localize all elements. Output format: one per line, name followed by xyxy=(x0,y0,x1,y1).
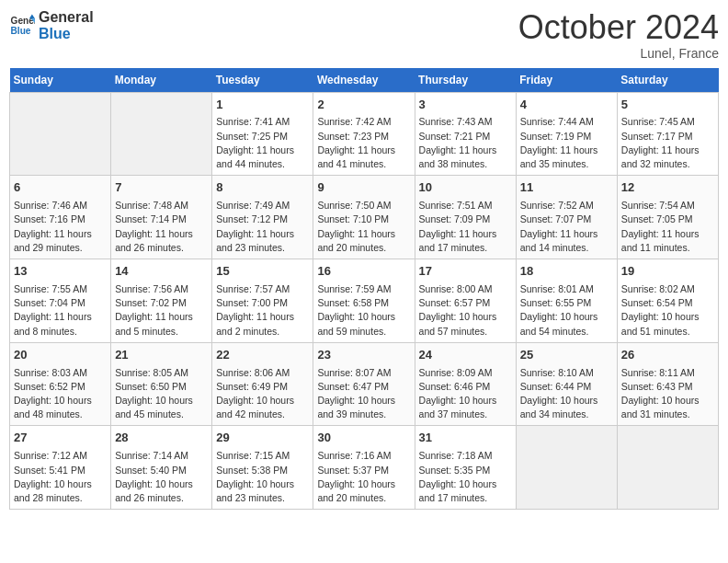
day-info: Sunrise: 7:43 AM Sunset: 7:21 PM Dayligh… xyxy=(419,115,512,171)
day-info: Sunrise: 7:51 AM Sunset: 7:09 PM Dayligh… xyxy=(419,199,512,255)
day-number: 22 xyxy=(216,347,309,364)
calendar-cell: 11Sunrise: 7:52 AM Sunset: 7:07 PM Dayli… xyxy=(516,176,617,259)
day-number: 4 xyxy=(520,97,613,114)
day-number: 20 xyxy=(14,347,107,364)
day-number: 1 xyxy=(216,97,309,114)
day-info: Sunrise: 7:48 AM Sunset: 7:14 PM Dayligh… xyxy=(115,199,208,255)
day-number: 15 xyxy=(216,263,309,281)
logo-blue: Blue xyxy=(39,26,94,42)
calendar-cell: 31Sunrise: 7:18 AM Sunset: 5:35 PM Dayli… xyxy=(415,426,516,510)
day-info: Sunrise: 7:56 AM Sunset: 7:02 PM Dayligh… xyxy=(115,282,208,339)
day-number: 9 xyxy=(317,179,410,197)
calendar-header-row: SundayMondayTuesdayWednesdayThursdayFrid… xyxy=(10,68,719,93)
calendar-cell: 20Sunrise: 8:03 AM Sunset: 6:52 PM Dayli… xyxy=(10,342,111,426)
calendar-cell: 13Sunrise: 7:55 AM Sunset: 7:04 PM Dayli… xyxy=(10,259,111,343)
day-number: 5 xyxy=(621,97,714,114)
logo-general: General xyxy=(39,9,94,26)
day-info: Sunrise: 7:57 AM Sunset: 7:00 PM Dayligh… xyxy=(216,282,309,339)
calendar-header-sunday: Sunday xyxy=(10,68,111,93)
day-info: Sunrise: 7:16 AM Sunset: 5:37 PM Dayligh… xyxy=(317,449,410,505)
day-number: 12 xyxy=(621,179,714,197)
day-number: 18 xyxy=(520,263,613,281)
day-info: Sunrise: 8:09 AM Sunset: 6:46 PM Dayligh… xyxy=(419,366,512,422)
calendar-cell: 23Sunrise: 8:07 AM Sunset: 6:47 PM Dayli… xyxy=(313,342,415,426)
calendar-cell: 6Sunrise: 7:46 AM Sunset: 7:16 PM Daylig… xyxy=(10,176,111,259)
day-number: 19 xyxy=(621,263,714,281)
calendar-header-friday: Friday xyxy=(516,68,617,93)
day-number: 2 xyxy=(317,97,410,114)
day-number: 10 xyxy=(419,179,512,197)
calendar-week-2: 13Sunrise: 7:55 AM Sunset: 7:04 PM Dayli… xyxy=(10,259,719,343)
calendar-cell: 5Sunrise: 7:45 AM Sunset: 7:17 PM Daylig… xyxy=(617,92,718,176)
day-number: 24 xyxy=(419,347,512,364)
calendar-cell: 22Sunrise: 8:06 AM Sunset: 6:49 PM Dayli… xyxy=(212,342,313,426)
day-info: Sunrise: 7:49 AM Sunset: 7:12 PM Dayligh… xyxy=(216,199,309,255)
calendar-cell: 25Sunrise: 8:10 AM Sunset: 6:44 PM Dayli… xyxy=(516,342,617,426)
page-container: General Blue General Blue October 2024 L… xyxy=(0,0,728,519)
day-info: Sunrise: 8:01 AM Sunset: 6:55 PM Dayligh… xyxy=(520,282,613,339)
day-info: Sunrise: 7:14 AM Sunset: 5:40 PM Dayligh… xyxy=(115,449,208,505)
day-info: Sunrise: 8:10 AM Sunset: 6:44 PM Dayligh… xyxy=(520,366,613,422)
calendar-cell: 29Sunrise: 7:15 AM Sunset: 5:38 PM Dayli… xyxy=(212,426,313,510)
location: Lunel, France xyxy=(518,46,719,61)
calendar-cell: 27Sunrise: 7:12 AM Sunset: 5:41 PM Dayli… xyxy=(10,426,111,510)
day-number: 11 xyxy=(520,179,613,197)
calendar-week-0: 1Sunrise: 7:41 AM Sunset: 7:25 PM Daylig… xyxy=(10,92,719,176)
calendar-cell: 28Sunrise: 7:14 AM Sunset: 5:40 PM Dayli… xyxy=(111,426,212,510)
day-info: Sunrise: 8:06 AM Sunset: 6:49 PM Dayligh… xyxy=(216,366,309,422)
calendar-week-1: 6Sunrise: 7:46 AM Sunset: 7:16 PM Daylig… xyxy=(10,176,719,259)
day-number: 29 xyxy=(216,430,309,447)
calendar-cell: 26Sunrise: 8:11 AM Sunset: 6:43 PM Dayli… xyxy=(617,342,718,426)
day-info: Sunrise: 8:00 AM Sunset: 6:57 PM Dayligh… xyxy=(419,282,512,339)
day-info: Sunrise: 7:55 AM Sunset: 7:04 PM Dayligh… xyxy=(14,282,107,339)
day-info: Sunrise: 7:15 AM Sunset: 5:38 PM Dayligh… xyxy=(216,449,309,505)
calendar-cell xyxy=(516,426,617,510)
calendar-cell: 21Sunrise: 8:05 AM Sunset: 6:50 PM Dayli… xyxy=(111,342,212,426)
day-number: 3 xyxy=(419,97,512,114)
day-info: Sunrise: 7:45 AM Sunset: 7:17 PM Dayligh… xyxy=(621,115,714,171)
day-info: Sunrise: 7:52 AM Sunset: 7:07 PM Dayligh… xyxy=(520,199,613,255)
day-number: 7 xyxy=(115,179,208,197)
title-block: October 2024 Lunel, France xyxy=(518,9,719,61)
day-info: Sunrise: 7:50 AM Sunset: 7:10 PM Dayligh… xyxy=(317,199,410,255)
calendar-week-4: 27Sunrise: 7:12 AM Sunset: 5:41 PM Dayli… xyxy=(10,426,719,510)
calendar-cell: 16Sunrise: 7:59 AM Sunset: 6:58 PM Dayli… xyxy=(313,259,415,343)
day-info: Sunrise: 7:46 AM Sunset: 7:16 PM Dayligh… xyxy=(14,199,107,255)
calendar-cell xyxy=(10,92,111,176)
day-info: Sunrise: 7:41 AM Sunset: 7:25 PM Dayligh… xyxy=(216,115,309,171)
day-info: Sunrise: 8:07 AM Sunset: 6:47 PM Dayligh… xyxy=(317,366,410,422)
day-info: Sunrise: 8:11 AM Sunset: 6:43 PM Dayligh… xyxy=(621,366,714,422)
day-number: 31 xyxy=(419,430,512,447)
calendar-cell: 3Sunrise: 7:43 AM Sunset: 7:21 PM Daylig… xyxy=(415,92,516,176)
calendar-cell: 2Sunrise: 7:42 AM Sunset: 7:23 PM Daylig… xyxy=(313,92,415,176)
day-number: 13 xyxy=(14,263,107,281)
logo: General Blue General Blue xyxy=(9,9,94,41)
day-number: 23 xyxy=(317,347,410,364)
day-info: Sunrise: 7:12 AM Sunset: 5:41 PM Dayligh… xyxy=(14,449,107,505)
calendar-cell: 18Sunrise: 8:01 AM Sunset: 6:55 PM Dayli… xyxy=(516,259,617,343)
calendar-cell: 30Sunrise: 7:16 AM Sunset: 5:37 PM Dayli… xyxy=(313,426,415,510)
calendar-cell xyxy=(111,92,212,176)
calendar-cell: 14Sunrise: 7:56 AM Sunset: 7:02 PM Dayli… xyxy=(111,259,212,343)
day-number: 25 xyxy=(520,347,613,364)
calendar-header-tuesday: Tuesday xyxy=(212,68,313,93)
day-number: 17 xyxy=(419,263,512,281)
day-number: 30 xyxy=(317,430,410,447)
svg-text:Blue: Blue xyxy=(11,25,31,35)
calendar-header-monday: Monday xyxy=(111,68,212,93)
day-info: Sunrise: 7:44 AM Sunset: 7:19 PM Dayligh… xyxy=(520,115,613,171)
day-number: 27 xyxy=(14,430,107,447)
day-info: Sunrise: 7:54 AM Sunset: 7:05 PM Dayligh… xyxy=(621,199,714,255)
calendar-cell: 17Sunrise: 8:00 AM Sunset: 6:57 PM Dayli… xyxy=(415,259,516,343)
day-number: 16 xyxy=(317,263,410,281)
day-number: 6 xyxy=(14,179,107,197)
calendar-cell: 24Sunrise: 8:09 AM Sunset: 6:46 PM Dayli… xyxy=(415,342,516,426)
calendar-cell xyxy=(617,426,718,510)
logo-text-block: General Blue xyxy=(39,9,94,41)
calendar-cell: 10Sunrise: 7:51 AM Sunset: 7:09 PM Dayli… xyxy=(415,176,516,259)
calendar-cell: 15Sunrise: 7:57 AM Sunset: 7:00 PM Dayli… xyxy=(212,259,313,343)
day-number: 21 xyxy=(115,347,208,364)
day-info: Sunrise: 7:59 AM Sunset: 6:58 PM Dayligh… xyxy=(317,282,410,339)
calendar-cell: 9Sunrise: 7:50 AM Sunset: 7:10 PM Daylig… xyxy=(313,176,415,259)
month-title: October 2024 xyxy=(518,9,719,46)
